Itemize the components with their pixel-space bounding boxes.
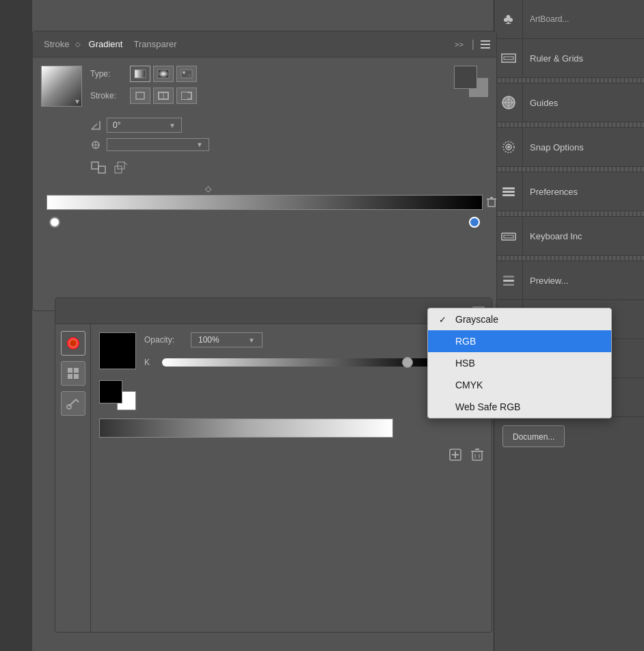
panel-menu-icon[interactable] (480, 40, 491, 49)
svg-point-51 (70, 340, 77, 347)
snap-options-row[interactable]: Snap Options (494, 128, 644, 167)
freeform-gradient-btn[interactable] (176, 66, 197, 82)
grid-tool[interactable] (61, 361, 85, 386)
svg-rect-34 (182, 92, 187, 99)
divider-2 (494, 122, 644, 128)
web-safe-rgb-label: Web Safe RGB (455, 401, 520, 412)
svg-rect-41 (115, 166, 122, 173)
color-controls-row: Opacity: 100% ▼ K 100 % (99, 332, 483, 371)
hsb-label: HSB (455, 358, 475, 369)
gradient-bar[interactable] (46, 195, 483, 210)
gradient-delete-icon[interactable] (487, 196, 496, 210)
svg-point-27 (188, 74, 191, 77)
svg-point-8 (507, 146, 510, 148)
add-stop-icon[interactable] (449, 449, 461, 461)
type-buttons (130, 66, 197, 82)
dropdown-item-grayscale[interactable]: ✓ Grayscale (428, 308, 611, 330)
gradient-stops (46, 215, 483, 229)
svg-rect-43 (488, 199, 495, 207)
color-mode-dropdown: ✓ Grayscale RGB HSB CMYK Web Safe RGB (427, 308, 612, 418)
svg-rect-55 (74, 374, 79, 379)
stroke-label: Stroke: (90, 91, 124, 101)
left-toolbar (0, 0, 32, 651)
stroke-icon-2 (157, 91, 170, 101)
artboard-row: ♣ ArtBoard... (494, 0, 644, 39)
gradient-stop-left[interactable] (49, 217, 60, 228)
preferences-row[interactable]: Preferences (494, 172, 644, 211)
tab-transparency[interactable]: Transparer (128, 31, 182, 57)
guides-icon (500, 94, 517, 111)
guides-label: Guides (523, 98, 644, 108)
ruler-grids-label: Ruler & Grids (523, 53, 644, 64)
color-wheel-tool[interactable] (61, 331, 85, 356)
type-label: Type: (90, 69, 124, 79)
keyboard-row[interactable]: Keyboard Inc (494, 217, 644, 256)
k-slider-track[interactable] (162, 358, 432, 367)
divider-3 (494, 167, 644, 172)
delete-stop-icon[interactable] (471, 449, 483, 461)
panel-arrows-icon[interactable]: >> (455, 40, 464, 49)
radial-gradient-icon (157, 69, 170, 79)
gradient-controls: Type: (90, 66, 432, 109)
stroke-btn-2[interactable] (153, 88, 174, 104)
guides-row[interactable]: Guides (494, 83, 644, 122)
layers-icon (500, 272, 517, 289)
angle-row: 0° ▼ (90, 118, 488, 133)
offset-row: ▼ (90, 138, 488, 151)
gradient-panel: Stroke ◇ Gradient Transparer >> | ▼ (32, 31, 497, 311)
guides-icon-container (494, 83, 523, 122)
preferences-icon (500, 183, 517, 200)
layers-icon-container (494, 261, 523, 300)
svg-rect-29 (137, 94, 143, 98)
dropdown-item-web-safe-rgb[interactable]: Web Safe RGB (428, 396, 611, 418)
opacity-select[interactable]: 100% ▼ (191, 332, 263, 347)
divider-4 (494, 211, 644, 217)
angle-select[interactable]: 0° ▼ (107, 118, 182, 133)
color-wheel-icon (66, 336, 80, 350)
svg-rect-40 (118, 162, 124, 169)
stroke-btn-1[interactable] (130, 88, 150, 104)
eyedropper-tool[interactable] (61, 391, 85, 416)
layers-row[interactable]: Preview... (494, 261, 644, 300)
k-slider-thumb[interactable] (402, 357, 413, 368)
offset-select[interactable]: ▼ (107, 138, 209, 151)
preferences-icon-container (494, 172, 523, 211)
ruler-grids-icon (500, 50, 517, 66)
dropdown-item-cmyk[interactable]: CMYK (428, 374, 611, 396)
radial-gradient-btn[interactable] (153, 66, 174, 82)
preferences-label: Preferences (523, 187, 644, 197)
dropdown-item-hsb[interactable]: HSB (428, 352, 611, 374)
thumbnail-arrow-icon[interactable]: ▼ (74, 98, 81, 105)
angle-chevron-icon: ▼ (169, 122, 176, 129)
offset-icon (90, 140, 101, 150)
move-left-icon[interactable] (90, 159, 107, 176)
club-icon-container: ♣ (494, 0, 523, 38)
linear-gradient-icon (134, 69, 146, 79)
svg-rect-1 (504, 57, 513, 59)
tab-gradient[interactable]: Gradient (83, 31, 129, 57)
gradient-stop-diamond: ◇ (205, 184, 488, 194)
panel-tabs: Stroke ◇ Gradient Transparer >> | (33, 31, 496, 57)
dropdown-item-rgb[interactable]: RGB (428, 330, 611, 352)
fg-swatch-top[interactable] (454, 66, 477, 89)
tab-separator: | (472, 38, 474, 51)
cmyk-label: CMYK (455, 380, 483, 390)
gradient-bar-container (46, 195, 483, 210)
svg-rect-23 (135, 70, 146, 78)
ruler-grids-row[interactable]: Ruler & Grids (494, 39, 644, 78)
document-button[interactable]: Documen... (502, 425, 565, 447)
tab-stroke[interactable]: Stroke (38, 31, 75, 57)
color-panel-header (55, 298, 492, 324)
stroke-buttons (130, 88, 197, 104)
fg-color-swatch[interactable] (99, 380, 122, 403)
fg-bg-swatches (99, 380, 136, 410)
linear-gradient-btn[interactable] (130, 66, 150, 82)
gradient-stop-right[interactable] (469, 217, 480, 228)
svg-rect-54 (68, 374, 72, 379)
stroke-btn-3[interactable] (176, 88, 197, 104)
document-button-label: Documen... (513, 432, 554, 442)
color-preview-swatch[interactable] (99, 332, 136, 369)
gradient-thumbnail-container: ▼ (41, 66, 82, 107)
offset-chevron-icon: ▼ (196, 141, 203, 148)
opacity-value: 100% (198, 335, 248, 345)
